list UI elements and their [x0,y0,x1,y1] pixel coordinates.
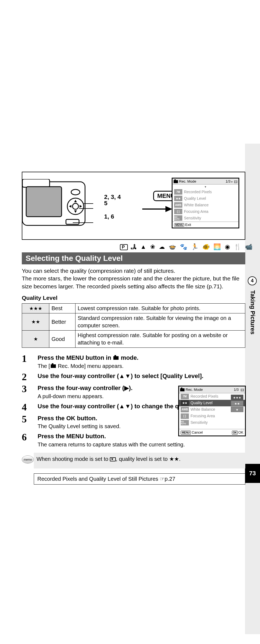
mode-icons-row: P 🏞 ▲ ❀ ☁ 🍲 🐾 🏃 🐠 🌅 ◉ 🍴 📹 [120,243,253,250]
intro-paragraph: You can select the quality (compression … [22,267,245,290]
tag-awb: AWB [174,202,182,208]
tag-stars: ★★ [181,400,189,406]
svg-rect-2 [26,187,62,217]
lcd-header: Rec. Mode 1/3 ⚙ [173,179,238,185]
camera-icon [51,364,56,368]
item-focusing-area: Focusing Area [191,413,215,419]
tag-stars: ★★ [174,196,182,201]
arrow-right-icon [142,205,172,213]
tag-focus: [ ] [181,413,189,419]
stars-cell: ★ [22,331,49,348]
quality-level-table: ★★★ Best Lowest compression rate. Suitab… [22,303,245,348]
svg-point-5 [72,203,78,209]
memo-text: When shooting mode is set to , quality l… [37,455,180,463]
tag-iso: ISO AUTO [174,215,182,221]
camera-illustration [22,179,93,232]
memo-badge-icon: memo [22,455,34,464]
lcd-ok: OK [238,430,243,434]
item-recorded-pixels: Recorded Pixels [191,394,218,399]
step-title: Press the MENU button in mode. [38,354,245,362]
tag-awb: AWB [181,407,189,412]
side-tab: 4 Taking Pictures 73 [245,144,260,634]
desc-cell: Lowest compression rate. Suitable for ph… [75,304,245,313]
settings-tab-icon: ⚙ [234,180,237,183]
step-number: 6 [22,432,38,448]
chapter-title: Taking Pictures [249,290,256,334]
name-cell: Good [49,331,75,348]
cross-reference-box: Recorded Pixels and Quality Level of Sti… [34,473,245,485]
tag-iso: ISO AUTO [181,420,189,425]
chapter-number-badge: 4 [248,276,257,285]
step-number: 2 [22,372,38,382]
main-content: You can select the quality (compression … [22,267,245,485]
green-mode-icon [110,457,116,461]
menu-word: MENU [66,433,84,440]
t: Rec. Mode] menu appears. [56,363,124,369]
t: The [ [38,363,50,369]
step-title: Use the four-way controller (▲▼) to sele… [38,372,245,380]
t: , quality level is set to ★★. [116,456,180,462]
t: button. [75,415,97,422]
camera-icon [180,388,185,391]
lcd-title: Rec. Mode [179,179,196,183]
lcd-footer: MENUExit [173,222,238,228]
desc-cell: Highest compression rate. Suitable for p… [75,331,245,348]
camera-icon [174,180,178,183]
memo-note: memo When shooting mode is set to , qual… [34,453,245,468]
t: Press the [38,354,66,361]
svg-rect-3 [66,219,79,224]
item-white-balance: White Balance [191,407,215,412]
tag-7m: 7M [181,394,189,399]
lcd-footer: MENUCancel OKOK [179,429,245,436]
tag-focus: [ ] [174,209,182,214]
lcd-screen-quality-dropdown: Rec. Mode 1/3 ⚙ 7MRecorded Pixels ★★Qual… [178,386,246,436]
step-number: 1 [22,354,38,370]
menu-word: MENU [66,354,84,361]
lcd-page: 1/3 [226,179,231,183]
operation-diagram: 2, 3, 4 5 1, 6 MENU Rec. Mode 1/3 ⚙ 7MRe… [22,172,245,240]
lcd-header: Rec. Mode 1/3 ⚙ [179,386,245,393]
step-number: 4 [22,402,38,412]
step-number: 3 [22,384,38,400]
section-heading: Selecting the Quality Level [22,252,245,264]
item-sensitivity: Sensitivity [191,420,208,425]
item-sensitivity: Sensitivity [184,216,201,220]
item-quality-level: Quality Level [184,196,206,201]
step-sub: The camera returns to capture status wit… [38,441,245,448]
lcd-screen-rec-mode: Rec. Mode 1/3 ⚙ 7MRecorded Pixels ★★Qual… [172,178,239,228]
item-recorded-pixels: Recorded Pixels [184,190,212,194]
svg-marker-15 [165,206,172,212]
t: Press the [38,433,66,440]
table-row: ★★★ Best Lowest compression rate. Suitab… [22,304,245,313]
option-3star: ★★★ [231,395,243,400]
scene-mode-icons: 🏞 ▲ ❀ ☁ 🍲 🐾 🏃 🐠 🌅 ◉ 🍴 📹 [131,243,253,250]
ok-word: OK [66,415,75,422]
page-number: 73 [245,464,260,483]
table-row: ★ Good Highest compression rate. Suitabl… [22,331,245,348]
t: button in [84,354,113,361]
item-focusing-area: Focusing Area [184,209,208,214]
callout-5: 5 [104,200,107,207]
name-cell: Best [49,304,75,313]
menu-pill-icon: MENU [181,431,191,435]
stars-cell: ★★ [22,313,49,331]
quality-level-label: Quality Level [22,294,245,302]
lcd-title: Rec. Mode [186,388,203,392]
t: button. [84,433,106,440]
step-2: 2 Use the four-way controller (▲▼) to se… [22,372,245,382]
t: When shooting mode is set to [37,456,110,462]
lcd-page: 1/3 [234,388,239,392]
triangle-right-icon [231,179,233,183]
program-mode-icon: P [120,244,128,250]
steps-list: 1 Press the MENU button in mode. The [ R… [22,354,245,448]
t: Press the [38,415,66,422]
step-1: 1 Press the MENU button in mode. The [ R… [22,354,245,370]
desc-cell: Standard compression rate. Suitable for … [75,313,245,331]
item-quality-level: Quality Level [191,400,213,406]
menu-pill-icon: MENU [174,223,184,227]
svg-rect-1 [22,179,50,187]
quality-options-dropdown: ★★★ ★★ ★ [231,395,243,413]
callout-16: 1, 6 [104,213,114,220]
lcd-cancel: Cancel [192,430,202,434]
tag-7m: 7M [174,189,182,195]
